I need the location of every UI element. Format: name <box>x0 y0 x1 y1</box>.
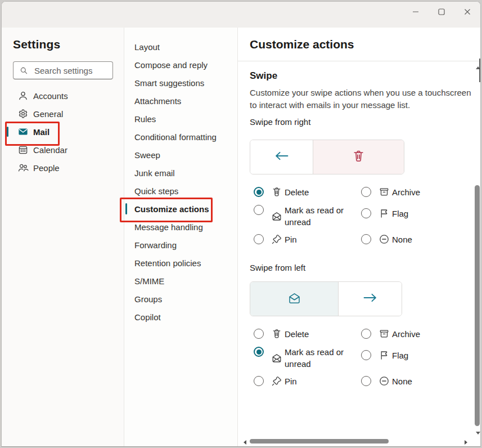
close-button[interactable] <box>454 2 480 22</box>
option-label: Archive <box>392 328 420 340</box>
sidebar-item-label: General <box>33 109 63 119</box>
sidebar-item-calendar[interactable]: Calendar <box>2 141 124 159</box>
nav-item-forwarding[interactable]: Forwarding <box>124 236 237 254</box>
mail-open-icon <box>287 291 301 307</box>
scroll-down-arrow[interactable] <box>476 432 480 434</box>
radio-option-delete[interactable]: Delete <box>254 183 361 201</box>
radio-button[interactable] <box>254 329 264 339</box>
radio-option-flag[interactable]: Flag <box>361 346 472 364</box>
sidebar-item-accounts[interactable]: Accounts <box>2 87 124 105</box>
sidebar-item-label: People <box>33 163 60 173</box>
nav-item-smime[interactable]: S/MIME <box>124 272 237 290</box>
radio-option-archive[interactable]: Archive <box>361 325 472 343</box>
nav-item-message-handling[interactable]: Message handling <box>124 218 237 236</box>
nav-item-attachments[interactable]: Attachments <box>124 92 237 110</box>
sidebar-item-mail[interactable]: Mail <box>2 123 124 141</box>
swipe-from-left-preview <box>250 281 402 316</box>
option-label: Mark as read or unread <box>285 346 352 370</box>
panel-scroll-area[interactable]: Swipe Customize your swipe actions when … <box>238 61 472 434</box>
radio-button[interactable] <box>254 376 264 386</box>
nav-item-smart-suggestions[interactable]: Smart suggestions <box>124 74 237 92</box>
sidebar-item-label: Calendar <box>33 145 67 155</box>
option-label: Pin <box>285 375 297 387</box>
radio-button[interactable] <box>361 329 371 339</box>
minimize-button[interactable] <box>403 2 429 22</box>
flag-icon <box>379 208 390 219</box>
swipe-right-action-cell <box>313 140 404 174</box>
settings-window: Settings Accounts Genera <box>1 1 481 447</box>
option-label: Mark as read or unread <box>285 204 352 228</box>
radio-option-mark-read[interactable]: Mark as read or unread <box>254 346 361 370</box>
nav-item-quick-steps[interactable]: Quick steps <box>124 182 237 200</box>
calendar-icon <box>17 144 29 155</box>
radio-option-none[interactable]: None <box>361 230 472 248</box>
nav-item-rules[interactable]: Rules <box>124 110 237 128</box>
option-label: Flag <box>392 350 408 361</box>
nav-item-retention-policies[interactable]: Retention policies <box>124 254 237 272</box>
radio-button-selected[interactable] <box>254 347 264 357</box>
mail-icon <box>17 126 29 137</box>
mail-open-icon <box>271 210 282 222</box>
arrow-left-icon <box>274 151 289 163</box>
prohibited-icon <box>379 375 390 387</box>
swipe-from-left-options: Delete Archive Mark as read or unread <box>254 325 472 390</box>
option-label: None <box>392 234 412 245</box>
screen: Settings Accounts Genera <box>0 0 482 448</box>
prohibited-icon <box>379 234 390 245</box>
nav-item-conditional-formatting[interactable]: Conditional formatting <box>124 128 237 146</box>
sidebar-item-people[interactable]: People <box>2 159 124 177</box>
option-label: Delete <box>285 328 309 340</box>
radio-option-flag[interactable]: Flag <box>361 204 472 222</box>
radio-option-pin[interactable]: Pin <box>254 230 361 248</box>
maximize-button[interactable] <box>429 2 454 22</box>
radio-button[interactable] <box>361 234 371 244</box>
swipe-from-right-options: Delete Archive Mark as read or unread <box>254 183 472 248</box>
radio-button[interactable] <box>361 187 371 197</box>
option-label: None <box>392 375 412 387</box>
option-label: Archive <box>392 186 420 198</box>
nav-item-layout[interactable]: Layout <box>124 38 237 56</box>
radio-option-pin[interactable]: Pin <box>254 372 361 390</box>
sidebar-item-general[interactable]: General <box>2 105 124 123</box>
radio-option-mark-read[interactable]: Mark as read or unread <box>254 204 361 228</box>
pin-icon <box>271 234 282 245</box>
window-edge-shadow <box>479 59 480 82</box>
vertical-scrollbar-thumb[interactable] <box>475 185 480 426</box>
option-label: Delete <box>285 186 309 198</box>
nav-item-junk-email[interactable]: Junk email <box>124 164 237 182</box>
search-input[interactable] <box>33 65 108 76</box>
nav-item-label: Customize actions <box>134 204 209 214</box>
nav-item-groups[interactable]: Groups <box>124 290 237 308</box>
scroll-left-arrow[interactable] <box>244 440 246 445</box>
nav-item-compose-and-reply[interactable]: Compose and reply <box>124 56 237 74</box>
nav-item-sweep[interactable]: Sweep <box>124 146 237 164</box>
radio-button[interactable] <box>361 376 371 386</box>
nav-item-copilot[interactable]: Copilot <box>124 308 237 326</box>
option-label: Pin <box>285 234 297 245</box>
scroll-right-arrow[interactable] <box>465 440 467 445</box>
panel-title: Customize actions <box>250 38 354 51</box>
radio-button[interactable] <box>361 350 371 360</box>
mail-settings-nav: Layout Compose and reply Smart suggestio… <box>124 28 238 446</box>
radio-button[interactable] <box>361 208 371 218</box>
swipe-from-left-label: Swipe from left <box>250 263 472 275</box>
search-settings-box[interactable] <box>13 61 113 79</box>
nav-item-customize-actions[interactable]: Customize actions <box>124 200 237 218</box>
radio-button-selected[interactable] <box>254 187 264 197</box>
radio-button[interactable] <box>254 205 264 215</box>
settings-sidebar: Settings Accounts Genera <box>2 28 124 446</box>
horizontal-scrollbar-thumb[interactable] <box>250 439 389 443</box>
radio-option-none[interactable]: None <box>361 372 472 390</box>
radio-option-archive[interactable]: Archive <box>361 183 472 201</box>
swipe-section-heading: Swipe <box>250 70 472 83</box>
swipe-right-arrow-cell <box>250 140 313 174</box>
page-title: Settings <box>13 38 60 51</box>
titlebar <box>2 2 480 28</box>
flag-icon <box>379 350 390 361</box>
radio-button[interactable] <box>254 234 264 244</box>
sidebar-nav: Accounts General Mail <box>2 87 124 177</box>
radio-option-delete[interactable]: Delete <box>254 325 361 343</box>
mail-open-icon <box>271 352 282 364</box>
sidebar-item-label: Accounts <box>33 91 68 101</box>
selection-indicator <box>125 203 127 214</box>
